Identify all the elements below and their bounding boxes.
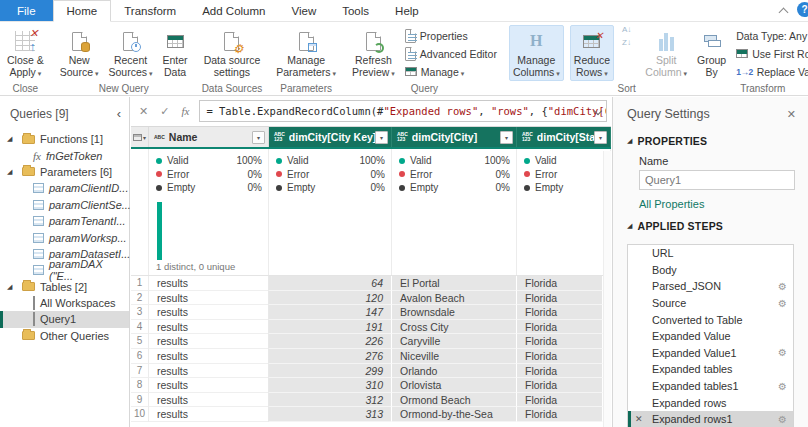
ribbon-tab[interactable]: Tools [329,0,382,21]
cell-name[interactable]: results [149,305,269,320]
cell-name[interactable]: results [149,320,269,335]
all-properties-link[interactable]: All Properties [613,190,808,210]
manage-parameters-button[interactable]: ManageParameters [272,25,340,81]
formula-cancel-icon[interactable]: ✕ [139,105,148,118]
table-row[interactable]: 4 results 191 Cross City Florida [131,320,611,335]
cell-name[interactable]: results [149,334,269,349]
applied-step[interactable]: Expanded tables [628,361,793,378]
applied-step[interactable]: URL [628,245,793,262]
step-settings-gear-icon[interactable]: ⚙ [778,414,787,425]
data-source-settings-button[interactable]: ⚙ Data sourcesettings [200,25,265,80]
cell-city-key[interactable]: 312 [269,393,392,408]
cell-city[interactable]: El Portal [392,276,517,291]
column-header[interactable]: ABC123 dimCity[City] ▾ [392,127,517,147]
applied-step[interactable]: Source ⚙ [628,295,793,312]
use-first-row-as-headers-button[interactable]: Use First Row as Headers [732,45,808,62]
step-settings-gear-icon[interactable]: ⚙ [778,281,787,292]
column-filter-icon[interactable]: ▾ [500,131,513,144]
cell-city[interactable]: Caryville [392,334,517,349]
data-type-button[interactable]: Data Type: Any [732,27,808,44]
cell-state[interactable]: Florida [517,393,603,408]
column-type-icon[interactable]: ABC123 [397,132,408,142]
cell-state[interactable]: Florida [517,276,603,291]
cell-city-key[interactable]: 120 [269,291,392,306]
query-list-item[interactable]: paramWorksp... [0,229,129,245]
cell-city[interactable]: Niceville [392,349,517,364]
step-settings-gear-icon[interactable]: ⚙ [778,381,787,392]
cell-city-key[interactable]: 147 [269,305,392,320]
column-quality[interactable]: Valid Error Empty [517,149,611,275]
query-list-item[interactable]: Query1 [0,311,129,327]
cell-state[interactable]: Florida [517,349,603,364]
applied-step[interactable]: Expanded tables1 ⚙ [628,378,793,395]
applied-step[interactable]: Expanded rows [628,394,793,411]
new-source-button[interactable]: NewSource [56,25,103,81]
query-list-item[interactable]: paramDAX ("E... [0,262,129,278]
query-list-item[interactable]: ◢ Parameters [6] [0,164,129,180]
cell-name[interactable]: results [149,407,269,422]
collapse-ribbon-icon[interactable] [779,8,789,14]
cell-city-key[interactable]: 299 [269,364,392,379]
ribbon-tab[interactable]: File [0,0,53,21]
formula-commit-icon[interactable]: ✓ [160,105,169,118]
recent-sources-button[interactable]: RecentSources [105,25,157,81]
table-row[interactable]: 6 results 276 Niceville Florida [131,349,611,364]
step-settings-gear-icon[interactable]: ⚙ [778,347,787,358]
column-type-icon[interactable]: ABC123 [522,132,533,142]
cell-city-key[interactable]: 226 [269,334,392,349]
close-query-settings-icon[interactable]: ✕ [787,108,796,121]
cell-state[interactable]: Florida [517,364,603,379]
cell-city[interactable]: Cross City [392,320,517,335]
formula-fx-icon[interactable]: fx [181,105,189,117]
cell-name[interactable]: results [149,276,269,291]
tree-expand-icon[interactable]: ◢ [7,135,12,143]
applied-steps-section-header[interactable]: ◢ APPLIED STEPS [613,210,808,236]
formula-input[interactable]: = Table.ExpandRecordColumn(# "Expanded r… [199,100,607,122]
table-row[interactable]: 9 results 312 Ormond Beach Florida [131,393,611,408]
column-type-icon[interactable]: ABC [154,135,165,140]
cell-state[interactable]: Florida [517,291,603,306]
applied-step[interactable]: Expanded Value [628,328,793,345]
cell-city[interactable]: Ormond Beach [392,393,517,408]
split-column-button[interactable]: SplitColumn [641,25,691,81]
table-row[interactable]: 3 results 147 Brownsdale Florida [131,305,611,320]
query-list-item[interactable]: fx fnGetToken [0,147,129,163]
tree-expand-icon[interactable]: ◢ [7,283,12,291]
cell-state[interactable]: Florida [517,378,603,393]
applied-step[interactable]: Converted to Table [628,311,793,328]
table-vertical-scrollbar[interactable] [603,151,611,427]
query-list-item[interactable]: paramClientID... [0,180,129,196]
column-type-icon[interactable]: ABC123 [274,132,285,142]
ribbon-tab[interactable]: View [279,0,330,21]
query-list-item[interactable]: paramTenantI... [0,213,129,229]
ribbon-tab[interactable]: Add Column [189,0,278,21]
column-filter-icon[interactable]: ▾ [375,131,388,144]
column-header[interactable]: ABC123 dimCity[State P ▾ [517,127,611,147]
refresh-preview-button[interactable]: RefreshPreview [348,25,399,81]
cell-state[interactable]: Florida [517,334,603,349]
applied-step[interactable]: Expanded Value1 ⚙ [628,345,793,362]
collapse-queries-pane-icon[interactable]: ‹ [117,109,121,119]
column-header[interactable]: ABC Name ▾ [149,127,269,147]
cell-city-key[interactable]: 64 [269,276,392,291]
cell-state[interactable]: Florida [517,320,603,335]
table-row[interactable]: 8 results 310 Orlovista Florida [131,378,611,393]
close-and-apply-button[interactable]: ✕↑ Close &Apply [3,25,48,81]
cell-name[interactable]: results [149,378,269,393]
query-list-item[interactable]: All Workspaces [0,295,129,311]
table-row[interactable]: 7 results 299 Orlando Florida [131,364,611,379]
column-quality[interactable]: Valid100% Error0% Empty0% [392,149,517,275]
query-list-item[interactable]: ◢ Functions [1] [0,131,129,147]
cell-city[interactable]: Brownsdale [392,305,517,320]
column-quality[interactable]: Valid100% Error0% Empty0% 1 distinct, 0 … [149,149,269,275]
table-row[interactable]: 5 results 226 Caryville Florida [131,334,611,349]
query-name-input[interactable] [639,170,795,190]
cell-city[interactable]: Orlovista [392,378,517,393]
reduce-rows-button[interactable]: ✕ ReduceRows [570,25,614,81]
cell-city[interactable]: Orlando [392,364,517,379]
replace-values-button[interactable]: 1→2 Replace Values [732,63,808,80]
column-header[interactable]: ABC123 dimCity[City Key] ▾ [269,127,392,147]
properties-section-header[interactable]: ◢ PROPERTIES [613,125,808,151]
select-all-corner-button[interactable]: ▾ [131,127,149,147]
query-list-item[interactable]: paramClientSe... [0,197,129,213]
